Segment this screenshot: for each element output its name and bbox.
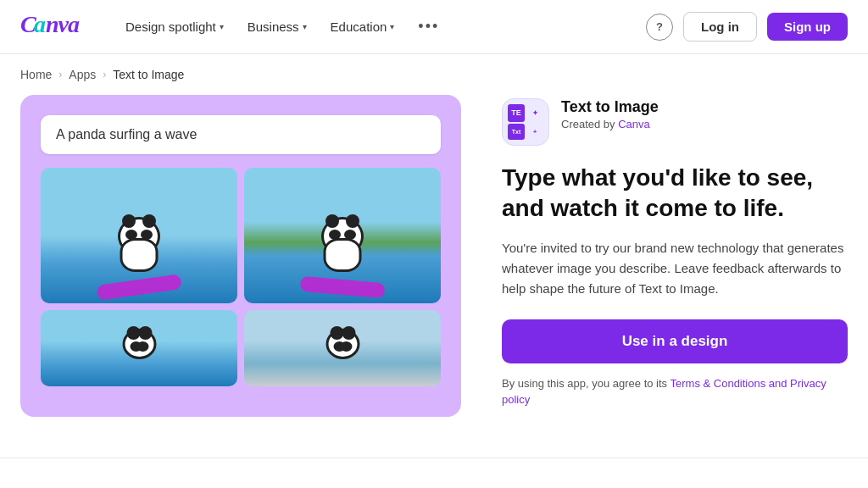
panda-ear-right-4	[342, 326, 355, 340]
preview-container: A panda surfing a wave	[20, 95, 461, 417]
panda-ear-right-1	[142, 214, 156, 228]
preview-image-4	[244, 310, 441, 386]
nav-business[interactable]: Business ▾	[237, 13, 317, 41]
panda-figure-4	[320, 329, 366, 380]
panda-eye-right-3	[136, 341, 148, 352]
panda-body-2	[324, 238, 362, 272]
panda-figure-1	[109, 217, 169, 285]
nav-links: Design spotlight ▾ Business ▾ Education …	[115, 11, 646, 42]
app-description: You're invited to try our brand new tech…	[502, 238, 848, 299]
app-icon-grid: TE ✦ Txt +	[503, 99, 548, 145]
panda-ear-left-1	[122, 214, 136, 228]
icon-cell-star: ✦	[526, 104, 543, 122]
preview-image-3	[41, 310, 237, 386]
panda-head-4	[326, 329, 359, 359]
login-button[interactable]: Log in	[683, 12, 757, 42]
signup-button[interactable]: Sign up	[767, 13, 848, 41]
info-panel: TE ✦ Txt + Text to Image Created by Canv…	[502, 95, 848, 408]
preview-image-1	[41, 168, 237, 303]
panda-head-3	[122, 329, 156, 359]
app-header: TE ✦ Txt + Text to Image Created by Canv…	[502, 98, 848, 146]
svg-text:a: a	[34, 11, 46, 37]
creator-link[interactable]: Canva	[618, 118, 650, 130]
app-tagline: Type what you'd like to see,and watch it…	[502, 163, 848, 225]
breadcrumb-apps[interactable]: Apps	[69, 68, 96, 81]
panda-figure-2	[313, 217, 372, 285]
canva-logo[interactable]: C a nva	[20, 10, 88, 43]
breadcrumb-home[interactable]: Home	[20, 68, 52, 81]
app-creator: Created by Canva	[561, 118, 659, 130]
help-button[interactable]: ?	[646, 14, 673, 41]
app-name: Text to Image	[561, 98, 659, 116]
navbar: C a nva Design spotlight ▾ Business ▾ Ed…	[0, 0, 868, 54]
panda-body-1	[120, 238, 159, 272]
text-prompt-display[interactable]: A panda surfing a wave	[41, 115, 441, 154]
icon-cell-te: TE	[508, 104, 525, 122]
panda-ear-left-2	[326, 214, 339, 228]
business-chevron: ▾	[303, 22, 307, 31]
main-content: A panda surfing a wave	[0, 95, 868, 451]
panda-figure-3	[116, 329, 163, 380]
design-spotlight-label: Design spotlight	[125, 19, 216, 34]
breadcrumb: Home › Apps › Text to Image	[0, 54, 868, 95]
panda-ear-right-3	[138, 326, 152, 340]
nav-design-spotlight[interactable]: Design spotlight ▾	[115, 13, 234, 41]
breadcrumb-sep-2: ›	[103, 69, 106, 80]
preview-image-2	[244, 168, 441, 303]
icon-cell-plus: +	[526, 124, 543, 141]
app-title-block: Text to Image Created by Canva	[561, 98, 659, 130]
nav-education[interactable]: Education ▾	[320, 13, 405, 41]
panda-ear-right-2	[346, 214, 359, 228]
design-spotlight-chevron: ▾	[220, 22, 224, 31]
terms-prefix: By using this app, you agree to its	[502, 377, 670, 390]
use-in-design-button[interactable]: Use in a design	[502, 319, 848, 363]
page-footer	[0, 458, 868, 471]
education-chevron: ▾	[390, 22, 394, 31]
education-label: Education	[331, 19, 387, 34]
nav-more-dots[interactable]: •••	[408, 11, 449, 42]
nav-actions: ? Log in Sign up	[646, 12, 848, 42]
created-by-prefix: Created by	[561, 118, 618, 130]
terms-text: By using this app, you agree to its Term…	[502, 375, 848, 408]
preview-image-grid	[41, 168, 441, 386]
breadcrumb-current: Text to Image	[113, 68, 184, 81]
business-label: Business	[248, 19, 299, 34]
svg-text:nva: nva	[46, 11, 80, 37]
icon-cell-txt: Txt	[508, 124, 525, 141]
app-icon: TE ✦ Txt +	[502, 98, 549, 146]
panda-eye-right-4	[340, 341, 352, 352]
breadcrumb-sep-1: ›	[58, 69, 62, 80]
